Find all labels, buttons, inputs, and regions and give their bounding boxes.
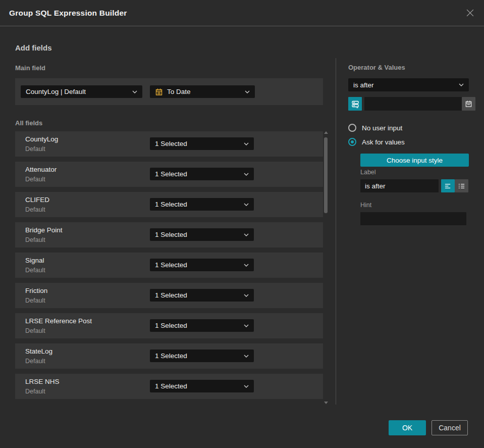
choose-input-style-button[interactable]: Choose input style [360, 154, 469, 167]
field-selected-value: 1 Selected [155, 352, 187, 360]
chevron-down-icon [244, 355, 249, 358]
chevron-down-icon [244, 203, 249, 206]
main-field-select[interactable]: CountyLog | Default [21, 85, 142, 98]
list-style-button[interactable] [455, 179, 468, 192]
field-selected-value: 1 Selected [155, 261, 187, 269]
operator-values-heading: Operator & Values [348, 64, 405, 71]
field-selected-value: 1 Selected [155, 170, 187, 178]
field-layer-name: Default [25, 388, 45, 395]
field-selected-value: 1 Selected [155, 291, 187, 299]
field-name: CLIFED [25, 196, 49, 204]
field-name: StateLog [25, 347, 52, 355]
unique-values-button[interactable] [348, 97, 362, 111]
field-name: LRSE Reference Post [25, 317, 92, 325]
calendar-icon [465, 100, 472, 108]
field-row: Bridge Point Default 1 Selected [15, 222, 323, 247]
date-field-icon [155, 88, 163, 96]
field-name: LRSE NHS [25, 378, 60, 385]
field-selected-dropdown[interactable]: 1 Selected [150, 319, 254, 332]
chevron-down-icon [459, 83, 464, 86]
scroll-up-icon[interactable] [324, 131, 328, 134]
radio-ask-for-values[interactable]: Ask for values [348, 138, 405, 146]
chevron-down-icon [244, 264, 249, 267]
all-fields-list: CountyLog Default 1 Selected Attenuator … [15, 131, 323, 404]
dialog-title: Group SQL Expression Builder [9, 9, 127, 18]
chevron-down-icon [244, 173, 249, 176]
date-value-input[interactable] [364, 97, 462, 111]
field-name: Friction [25, 287, 47, 294]
field-row: Friction Default 1 Selected [15, 283, 323, 308]
stacked-values-icon [351, 100, 359, 108]
radio-icon [348, 138, 356, 146]
chevron-down-icon [244, 142, 249, 145]
field-selected-dropdown[interactable]: 1 Selected [150, 289, 254, 302]
label-label: Label [360, 169, 376, 176]
field-layer-name: Default [25, 236, 45, 243]
field-row: Signal Default 1 Selected [15, 253, 323, 278]
field-selected-dropdown[interactable]: 1 Selected [150, 259, 254, 271]
field-row: StateLog Default 1 Selected [15, 343, 323, 369]
main-field-panel: CountyLog | Default To Date [15, 78, 323, 105]
main-field-select-value: CountyLog | Default [26, 88, 86, 95]
chevron-down-icon [244, 294, 249, 297]
chevron-down-icon [245, 90, 250, 93]
field-name: Signal [25, 257, 44, 264]
ok-button[interactable]: OK [389, 420, 426, 435]
field-name: CountyLog [25, 135, 58, 143]
main-field-type-value: To Date [167, 88, 191, 95]
align-left-icon [444, 182, 452, 190]
field-name: Bridge Point [25, 226, 63, 234]
column-divider [336, 58, 336, 405]
hint-label: Hint [360, 202, 371, 209]
list-scrollbar[interactable] [323, 129, 328, 405]
cancel-button[interactable]: Cancel [432, 420, 468, 435]
field-selected-dropdown[interactable]: 1 Selected [150, 350, 254, 362]
main-field-label: Main field [15, 64, 45, 72]
field-row: Attenuator Default 1 Selected [15, 162, 323, 187]
radio-no-user-input[interactable]: No user input [348, 124, 402, 132]
field-selected-dropdown[interactable]: 1 Selected [150, 380, 254, 392]
radio-ask-for-values-label: Ask for values [362, 138, 405, 146]
field-selected-value: 1 Selected [155, 322, 187, 329]
add-fields-heading: Add fields [15, 43, 52, 52]
field-selected-value: 1 Selected [155, 382, 187, 390]
field-selected-dropdown[interactable]: 1 Selected [150, 228, 254, 241]
field-layer-name: Default [25, 297, 45, 304]
operator-select[interactable]: is after [348, 78, 469, 91]
close-button[interactable] [465, 8, 475, 18]
field-layer-name: Default [25, 206, 45, 213]
field-layer-name: Default [25, 358, 45, 365]
label-input-row [360, 179, 469, 192]
chevron-down-icon [244, 233, 249, 236]
field-row: LRSE Reference Post Default 1 Selected [15, 313, 323, 338]
chevron-down-icon [132, 90, 137, 93]
chevron-down-icon [244, 324, 249, 327]
bulleted-list-icon [458, 182, 465, 190]
field-row: LRSE NHS Default 1 Selected [15, 374, 323, 399]
field-selected-value: 1 Selected [155, 140, 187, 147]
dialog-titlebar: Group SQL Expression Builder [0, 0, 484, 26]
date-value-field [364, 97, 475, 111]
value-input-row [348, 97, 469, 111]
operator-select-value: is after [353, 81, 374, 89]
label-input[interactable] [360, 179, 439, 192]
field-row: CLIFED Default 1 Selected [15, 192, 323, 217]
date-picker-button[interactable] [462, 97, 475, 111]
scroll-down-icon[interactable] [324, 402, 328, 404]
scrollbar-thumb[interactable] [324, 137, 328, 213]
field-layer-name: Default [25, 267, 45, 274]
hint-input[interactable] [360, 212, 466, 225]
field-layer-name: Default [25, 327, 45, 334]
field-selected-dropdown[interactable]: 1 Selected [150, 137, 254, 150]
field-selected-dropdown[interactable]: 1 Selected [150, 168, 254, 180]
field-selected-value: 1 Selected [155, 231, 187, 238]
main-field-type-select[interactable]: To Date [150, 85, 255, 98]
radio-icon [348, 124, 356, 132]
close-icon [466, 9, 474, 17]
field-selected-dropdown[interactable]: 1 Selected [150, 198, 254, 211]
field-layer-name: Default [25, 145, 45, 153]
field-name: Attenuator [25, 166, 57, 173]
all-fields-label: All fields [15, 119, 42, 127]
single-line-style-button[interactable] [441, 179, 455, 192]
field-layer-name: Default [25, 176, 45, 183]
